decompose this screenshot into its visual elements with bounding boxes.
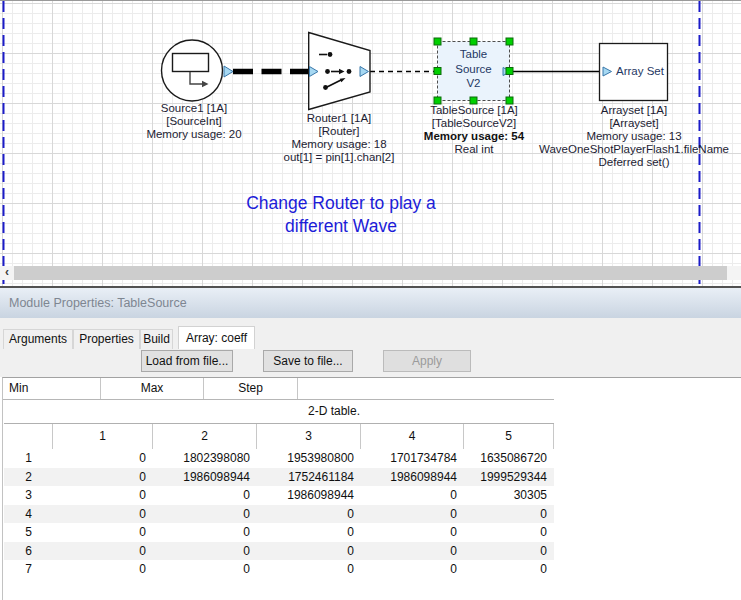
grid-cell[interactable]: 0 xyxy=(53,523,153,542)
grid-cell[interactable]: 1802398080 xyxy=(153,449,257,468)
table-row: 6 0 0 0 0 0 xyxy=(4,542,554,561)
grid-cell[interactable]: 1752461184 xyxy=(257,468,361,487)
grid-cell[interactable]: 0 xyxy=(53,468,153,487)
field-header-row: Min Max Step xyxy=(3,378,554,400)
grid-cell[interactable]: 0 xyxy=(53,505,153,524)
apply-button[interactable]: Apply xyxy=(383,350,471,372)
schematic-canvas[interactable]: Table Source V2 Array Set Source1 [1A] [… xyxy=(0,0,741,286)
grid-col-header[interactable]: 1 xyxy=(53,424,153,449)
scrollbar-thumb[interactable] xyxy=(14,266,727,280)
grid-cell[interactable]: 0 xyxy=(361,560,464,579)
grid-cell[interactable]: 0 xyxy=(153,505,257,524)
grid-cell[interactable]: 0 xyxy=(153,523,257,542)
field-max-label: Max xyxy=(101,378,204,399)
grid-cell[interactable]: 1635086720 xyxy=(464,449,554,468)
tab-band: Arguments Properties Build Array: coeff … xyxy=(0,318,741,377)
grid-row-header[interactable]: 6 xyxy=(4,542,53,561)
tab-properties[interactable]: Properties xyxy=(73,329,140,349)
grid-col-header[interactable]: 5 xyxy=(464,424,554,449)
grid-col-header[interactable]: 4 xyxy=(361,424,464,449)
grid-cell[interactable]: 0 xyxy=(361,505,464,524)
load-from-file-button[interactable]: Load from file... xyxy=(141,350,233,372)
grid-cell[interactable]: 1701734784 xyxy=(361,449,464,468)
tablesource-block[interactable] xyxy=(438,42,510,101)
field-step-label: Step xyxy=(204,378,298,399)
canvas-horizontal-scrollbar[interactable]: ‹ xyxy=(0,266,741,280)
table-caption: 2-D table. xyxy=(308,404,360,418)
field-empty xyxy=(298,378,554,399)
grid-corner-cell[interactable] xyxy=(4,424,53,449)
grid-cell[interactable]: 1953980800 xyxy=(257,449,361,468)
grid-row-header[interactable]: 4 xyxy=(4,505,53,524)
properties-pane-title: Module Properties: TableSource xyxy=(0,288,741,318)
canvas-annotation[interactable]: Change Router to play a different Wave xyxy=(181,192,501,238)
grid-cell[interactable]: 0 xyxy=(361,486,464,505)
grid-cell[interactable]: 0 xyxy=(153,542,257,561)
table-row: 5 0 0 0 0 0 xyxy=(4,523,554,542)
array-editor-panel: Min Max Step 2-D table. 1 2 3 4 5 1 0 18… xyxy=(2,377,741,600)
grid-cell[interactable]: 0 xyxy=(361,542,464,561)
app-window: Table Source V2 Array Set Source1 [1A] [… xyxy=(0,0,741,600)
tab-array-coeff[interactable]: Array: coeff xyxy=(178,326,255,349)
grid-row-header[interactable]: 3 xyxy=(4,486,53,505)
table-row: 7 0 0 0 0 0 xyxy=(4,560,554,579)
grid-cell[interactable]: 0 xyxy=(153,486,257,505)
grid-cell[interactable]: 1999529344 xyxy=(464,468,554,487)
save-to-file-button[interactable]: Save to file... xyxy=(263,350,353,372)
grid-cell[interactable]: 0 xyxy=(464,560,554,579)
grid-col-header[interactable]: 2 xyxy=(153,424,257,449)
tab-build[interactable]: Build xyxy=(140,329,173,349)
grid-cell[interactable]: 0 xyxy=(53,560,153,579)
grid-row-header[interactable]: 1 xyxy=(4,449,53,468)
grid-cell[interactable]: 0 xyxy=(464,542,554,561)
table-row: 1 0 1802398080 1953980800 1701734784 163… xyxy=(4,449,554,468)
scrollbar-left-arrow-icon[interactable]: ‹ xyxy=(0,266,14,280)
grid-cell[interactable]: 0 xyxy=(257,505,361,524)
grid-cell[interactable]: 0 xyxy=(464,523,554,542)
grid-cell[interactable]: 0 xyxy=(153,560,257,579)
table-row: 4 0 0 0 0 0 xyxy=(4,505,554,524)
grid-cell[interactable]: 1986098944 xyxy=(153,468,257,487)
grid-col-header[interactable]: 3 xyxy=(257,424,361,449)
grid-cell[interactable]: 0 xyxy=(464,505,554,524)
grid-cell[interactable]: 0 xyxy=(257,542,361,561)
grid-cell[interactable]: 0 xyxy=(257,523,361,542)
pane-title-text: Module Properties: TableSource xyxy=(9,296,187,310)
field-min-label: Min xyxy=(3,378,101,399)
tab-arguments[interactable]: Arguments xyxy=(3,329,73,349)
grid-cell[interactable]: 30305 xyxy=(464,486,554,505)
source-output-pin[interactable] xyxy=(224,66,233,77)
grid-row-header[interactable]: 7 xyxy=(4,560,53,579)
coeff-grid: 1 2 3 4 5 1 0 1802398080 1953980800 1701… xyxy=(4,423,554,579)
grid-row-header[interactable]: 5 xyxy=(4,523,53,542)
grid-cell[interactable]: 0 xyxy=(53,486,153,505)
grid-header-row: 1 2 3 4 5 xyxy=(4,424,554,449)
table-row: 2 0 1986098944 1752461184 1986098944 199… xyxy=(4,468,554,487)
grid-row-header[interactable]: 2 xyxy=(4,468,53,487)
grid-cell[interactable]: 0 xyxy=(257,560,361,579)
grid-cell[interactable]: 0 xyxy=(53,542,153,561)
grid-cell[interactable]: 1986098944 xyxy=(257,486,361,505)
table-row: 3 0 0 1986098944 0 30305 xyxy=(4,486,554,505)
grid-cell[interactable]: 0 xyxy=(361,523,464,542)
grid-cell[interactable]: 0 xyxy=(53,449,153,468)
source-icon xyxy=(173,54,209,72)
schematic-drawing xyxy=(0,1,741,287)
grid-cell[interactable]: 1986098944 xyxy=(361,468,464,487)
